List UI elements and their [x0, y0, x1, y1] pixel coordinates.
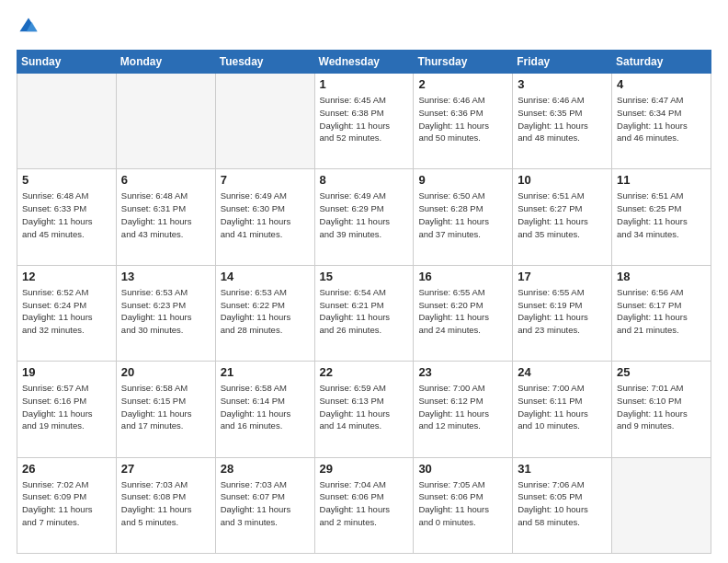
day-cell: 4Sunrise: 6:47 AM Sunset: 6:34 PM Daylig… — [612, 74, 711, 169]
day-number: 13 — [121, 270, 210, 283]
day-info: Sunrise: 6:48 AM Sunset: 6:33 PM Dayligh… — [22, 190, 111, 240]
day-number: 26 — [22, 462, 111, 476]
day-info: Sunrise: 6:46 AM Sunset: 6:36 PM Dayligh… — [418, 94, 507, 144]
day-cell: 28Sunrise: 7:03 AM Sunset: 6:07 PM Dayli… — [215, 457, 314, 553]
col-friday: Friday — [513, 51, 612, 74]
day-info: Sunrise: 6:52 AM Sunset: 6:24 PM Dayligh… — [22, 286, 111, 337]
day-info: Sunrise: 7:05 AM Sunset: 6:06 PM Dayligh… — [418, 478, 507, 529]
day-number: 6 — [121, 173, 210, 187]
day-info: Sunrise: 7:00 AM Sunset: 6:11 PM Dayligh… — [518, 382, 607, 432]
day-cell: 21Sunrise: 6:58 AM Sunset: 6:14 PM Dayli… — [215, 362, 314, 457]
day-info: Sunrise: 6:49 AM Sunset: 6:29 PM Dayligh… — [320, 190, 409, 240]
day-info: Sunrise: 7:03 AM Sunset: 6:07 PM Dayligh… — [221, 478, 310, 529]
day-info: Sunrise: 6:56 AM Sunset: 6:17 PM Dayligh… — [617, 286, 706, 337]
day-number: 27 — [121, 462, 210, 476]
day-number: 19 — [22, 365, 111, 379]
day-cell: 24Sunrise: 7:00 AM Sunset: 6:11 PM Dayli… — [513, 362, 612, 457]
day-info: Sunrise: 6:58 AM Sunset: 6:14 PM Dayligh… — [221, 382, 310, 432]
day-info: Sunrise: 7:06 AM Sunset: 6:05 PM Dayligh… — [518, 478, 607, 529]
col-saturday: Saturday — [612, 51, 711, 74]
day-number: 31 — [518, 462, 607, 476]
day-info: Sunrise: 6:53 AM Sunset: 6:22 PM Dayligh… — [221, 286, 310, 337]
day-cell: 11Sunrise: 6:51 AM Sunset: 6:25 PM Dayli… — [612, 169, 711, 265]
day-number: 28 — [221, 462, 310, 476]
day-number: 21 — [221, 365, 310, 379]
day-info: Sunrise: 6:47 AM Sunset: 6:34 PM Dayligh… — [617, 94, 706, 144]
day-cell: 26Sunrise: 7:02 AM Sunset: 6:09 PM Dayli… — [17, 457, 117, 553]
day-number: 9 — [418, 173, 507, 187]
day-cell: 27Sunrise: 7:03 AM Sunset: 6:08 PM Dayli… — [116, 457, 215, 553]
col-tuesday: Tuesday — [215, 51, 314, 74]
page: Sunday Monday Tuesday Wednesday Thursday… — [0, 0, 728, 563]
day-info: Sunrise: 6:46 AM Sunset: 6:35 PM Dayligh… — [518, 94, 607, 144]
day-info: Sunrise: 7:02 AM Sunset: 6:09 PM Dayligh… — [22, 478, 111, 529]
day-info: Sunrise: 6:45 AM Sunset: 6:38 PM Dayligh… — [320, 94, 409, 144]
col-monday: Monday — [116, 51, 215, 74]
day-number: 20 — [121, 365, 210, 379]
day-number: 23 — [418, 365, 507, 379]
day-cell: 23Sunrise: 7:00 AM Sunset: 6:12 PM Dayli… — [414, 362, 513, 457]
day-cell: 22Sunrise: 6:59 AM Sunset: 6:13 PM Dayli… — [314, 362, 414, 457]
day-cell: 29Sunrise: 7:04 AM Sunset: 6:06 PM Dayli… — [314, 457, 414, 553]
day-info: Sunrise: 7:03 AM Sunset: 6:08 PM Dayligh… — [121, 478, 210, 529]
day-cell: 3Sunrise: 6:46 AM Sunset: 6:35 PM Daylig… — [513, 74, 612, 169]
day-number: 5 — [22, 173, 111, 187]
day-cell: 2Sunrise: 6:46 AM Sunset: 6:36 PM Daylig… — [414, 74, 513, 169]
day-number: 4 — [617, 77, 706, 91]
day-number: 15 — [320, 270, 409, 283]
day-cell: 14Sunrise: 6:53 AM Sunset: 6:22 PM Dayli… — [215, 265, 314, 361]
day-cell: 9Sunrise: 6:50 AM Sunset: 6:28 PM Daylig… — [414, 169, 513, 265]
day-number: 14 — [221, 270, 310, 283]
day-info: Sunrise: 7:00 AM Sunset: 6:12 PM Dayligh… — [418, 382, 507, 432]
day-info: Sunrise: 6:54 AM Sunset: 6:21 PM Dayligh… — [320, 286, 409, 337]
day-info: Sunrise: 6:51 AM Sunset: 6:27 PM Dayligh… — [518, 190, 607, 240]
logo — [17, 17, 40, 40]
col-wednesday: Wednesday — [314, 51, 414, 74]
day-number: 11 — [617, 173, 706, 187]
week-row-1: 1Sunrise: 6:45 AM Sunset: 6:38 PM Daylig… — [17, 74, 711, 169]
day-cell: 18Sunrise: 6:56 AM Sunset: 6:17 PM Dayli… — [612, 265, 711, 361]
col-sunday: Sunday — [17, 51, 117, 74]
header — [17, 17, 711, 40]
day-cell — [215, 74, 314, 169]
day-number: 25 — [617, 365, 706, 379]
week-row-4: 19Sunrise: 6:57 AM Sunset: 6:16 PM Dayli… — [17, 362, 711, 457]
day-cell: 5Sunrise: 6:48 AM Sunset: 6:33 PM Daylig… — [17, 169, 117, 265]
day-info: Sunrise: 6:55 AM Sunset: 6:19 PM Dayligh… — [518, 286, 607, 337]
day-info: Sunrise: 6:49 AM Sunset: 6:30 PM Dayligh… — [221, 190, 310, 240]
day-info: Sunrise: 6:58 AM Sunset: 6:15 PM Dayligh… — [121, 382, 210, 432]
day-cell: 19Sunrise: 6:57 AM Sunset: 6:16 PM Dayli… — [17, 362, 117, 457]
day-number: 18 — [617, 270, 706, 283]
day-cell: 6Sunrise: 6:48 AM Sunset: 6:31 PM Daylig… — [116, 169, 215, 265]
day-info: Sunrise: 6:51 AM Sunset: 6:25 PM Dayligh… — [617, 190, 706, 240]
day-number: 3 — [518, 77, 607, 91]
day-cell: 17Sunrise: 6:55 AM Sunset: 6:19 PM Dayli… — [513, 265, 612, 361]
day-cell — [612, 457, 711, 553]
day-number: 1 — [320, 77, 409, 91]
day-info: Sunrise: 6:50 AM Sunset: 6:28 PM Dayligh… — [418, 190, 507, 240]
day-cell — [116, 74, 215, 169]
day-number: 17 — [518, 270, 607, 283]
day-cell: 7Sunrise: 6:49 AM Sunset: 6:30 PM Daylig… — [215, 169, 314, 265]
day-number: 30 — [418, 462, 507, 476]
day-info: Sunrise: 6:57 AM Sunset: 6:16 PM Dayligh… — [22, 382, 111, 432]
day-info: Sunrise: 6:53 AM Sunset: 6:23 PM Dayligh… — [121, 286, 210, 337]
col-thursday: Thursday — [414, 51, 513, 74]
header-row: Sunday Monday Tuesday Wednesday Thursday… — [17, 51, 711, 74]
day-cell: 13Sunrise: 6:53 AM Sunset: 6:23 PM Dayli… — [116, 265, 215, 361]
day-cell: 1Sunrise: 6:45 AM Sunset: 6:38 PM Daylig… — [314, 74, 414, 169]
day-cell: 15Sunrise: 6:54 AM Sunset: 6:21 PM Dayli… — [314, 265, 414, 361]
day-info: Sunrise: 7:04 AM Sunset: 6:06 PM Dayligh… — [320, 478, 409, 529]
day-cell — [17, 74, 117, 169]
logo-icon — [18, 17, 39, 37]
day-cell: 10Sunrise: 6:51 AM Sunset: 6:27 PM Dayli… — [513, 169, 612, 265]
day-cell: 31Sunrise: 7:06 AM Sunset: 6:05 PM Dayli… — [513, 457, 612, 553]
day-cell: 25Sunrise: 7:01 AM Sunset: 6:10 PM Dayli… — [612, 362, 711, 457]
day-info: Sunrise: 6:59 AM Sunset: 6:13 PM Dayligh… — [320, 382, 409, 432]
day-number: 10 — [518, 173, 607, 187]
day-number: 2 — [418, 77, 507, 91]
day-cell: 16Sunrise: 6:55 AM Sunset: 6:20 PM Dayli… — [414, 265, 513, 361]
day-number: 7 — [221, 173, 310, 187]
day-cell: 8Sunrise: 6:49 AM Sunset: 6:29 PM Daylig… — [314, 169, 414, 265]
week-row-5: 26Sunrise: 7:02 AM Sunset: 6:09 PM Dayli… — [17, 457, 711, 553]
